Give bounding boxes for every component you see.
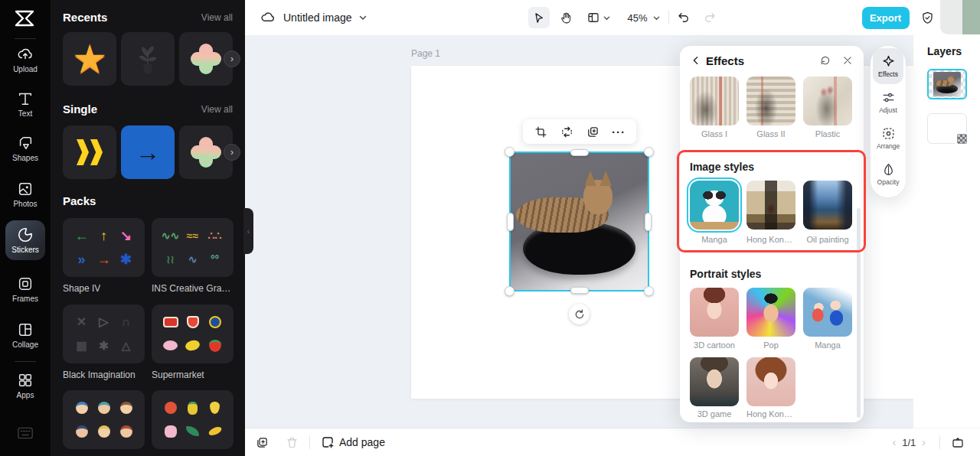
pack-label: Black Imagination [63, 370, 136, 380]
delete-page-button[interactable] [286, 436, 299, 449]
sidebar-label: Upload [0, 65, 51, 73]
cursor-icon [532, 11, 545, 24]
more-options-button[interactable]: ··· [609, 122, 629, 142]
pack-faces[interactable] [63, 390, 145, 449]
sidebar-label: Apps [0, 391, 51, 399]
style-hong-kong-2[interactable] [746, 357, 795, 406]
redo-icon [703, 11, 717, 24]
sidebar-item-stickers[interactable]: Stickers [5, 220, 45, 260]
sticker-star[interactable]: ★ [63, 32, 116, 86]
selection-handle-sw[interactable] [505, 286, 514, 296]
sticker-plant[interactable] [121, 32, 175, 86]
keyboard-shortcuts-icon[interactable] [18, 427, 33, 439]
capcut-logo-icon[interactable] [13, 8, 38, 29]
pack-label: INS Creative Graphics [152, 283, 236, 294]
add-page-label[interactable]: Add page [339, 436, 385, 448]
back-button[interactable] [691, 55, 701, 66]
sticker-double-chevron[interactable] [63, 125, 116, 179]
layer-cat-image[interactable] [927, 69, 967, 99]
tab-adjust[interactable]: Adjust [873, 84, 903, 120]
sticker-arrow[interactable]: → [121, 125, 175, 179]
sidebar-item-frames[interactable]: Frames [0, 275, 51, 303]
duplicate-page-button[interactable] [256, 436, 269, 449]
selection-handle-e[interactable] [645, 213, 652, 231]
selection-handle-ne[interactable] [644, 147, 654, 157]
effects-panel-scrollbar[interactable] [857, 208, 861, 418]
trash-icon [286, 436, 299, 449]
pack-ins-creative[interactable]: ∿∿≈≈∴∴ ≀≀∿°° [152, 218, 234, 277]
sidebar-label: Text [0, 109, 51, 118]
present-button[interactable] [951, 435, 965, 449]
tab-effects[interactable]: Effects [873, 48, 903, 84]
next-page-button[interactable]: › [916, 436, 932, 448]
sidebar-item-shapes[interactable]: Shapes [0, 135, 51, 162]
hand-tool-button[interactable] [556, 7, 577, 28]
tab-arrange[interactable]: Arrange [873, 120, 903, 156]
title-chevron-down-icon[interactable] [358, 13, 368, 22]
style-label: 3D game [690, 409, 739, 419]
style-pop[interactable] [746, 288, 795, 337]
effect-plastic[interactable] [803, 77, 852, 125]
double-chevron-icon [77, 139, 103, 165]
style-oil-painting[interactable] [803, 181, 852, 230]
effects-sparkle-icon [881, 54, 896, 69]
transparent-background-badge [956, 132, 969, 145]
tab-opacity[interactable]: Opacity [873, 156, 903, 192]
redo-button[interactable] [703, 11, 717, 24]
export-button[interactable]: Export [862, 7, 910, 29]
effects-panel-header: Effects [680, 46, 864, 75]
document-title[interactable]: Untitled image [283, 11, 352, 24]
sidebar-item-photos[interactable]: Photos [0, 181, 51, 208]
canvas-chevron-down-icon[interactable] [603, 14, 611, 22]
sidebar-item-apps[interactable]: Apps [0, 372, 51, 399]
style-label: 3D cartoon [690, 340, 739, 350]
pack-supermarket[interactable] [152, 305, 234, 363]
style-manga[interactable] [690, 181, 739, 230]
canvas-size-button[interactable] [586, 11, 600, 24]
sidebar-item-text[interactable]: Text [0, 90, 51, 118]
style-manga-portrait[interactable] [803, 288, 852, 337]
page-label: Page 1 [411, 48, 440, 59]
recents-view-all-link[interactable]: View all [201, 12, 233, 23]
selection-handle-s[interactable] [570, 287, 589, 294]
single-view-all-link[interactable]: View all [201, 104, 233, 115]
duplicate-button[interactable] [583, 122, 603, 142]
effects-panel-title: Effects [706, 54, 819, 67]
crop-button[interactable] [531, 122, 550, 142]
selection-handle-nw[interactable] [505, 147, 514, 157]
undo-button[interactable] [677, 11, 691, 24]
add-page-button[interactable] [321, 435, 335, 449]
effect-glass-2[interactable] [746, 77, 795, 125]
selection-handle-n[interactable] [570, 149, 589, 156]
effect-glass-1[interactable] [690, 77, 739, 125]
zoom-level[interactable]: 45% [628, 12, 648, 24]
avatar[interactable] [940, 0, 980, 34]
pack-shape-iv[interactable]: ←↑↘ »→✱ [63, 218, 145, 277]
select-tool-button[interactable] [528, 7, 550, 28]
zoom-chevron-down-icon[interactable] [652, 14, 661, 22]
packs-title: Packs [63, 194, 96, 207]
close-button[interactable] [842, 55, 853, 66]
sidebar-item-collage[interactable]: Collage [0, 321, 51, 349]
style-3d-game[interactable] [690, 357, 739, 406]
prev-page-button[interactable]: ‹ [887, 436, 903, 448]
sidebar-label: Photos [0, 200, 51, 208]
sidebar-item-upload[interactable]: Upload [0, 46, 51, 73]
pack-black-imagination[interactable]: ✕▷∩ ▦✱△ [63, 305, 145, 363]
pack-fruits[interactable] [152, 390, 234, 449]
single-next-button[interactable]: › [224, 144, 240, 161]
layer-background[interactable] [927, 113, 967, 144]
recents-next-button[interactable]: › [224, 50, 240, 67]
rotate-handle[interactable] [569, 304, 590, 324]
selection-toolbar: ··· [523, 119, 636, 144]
shield-check-icon[interactable] [920, 11, 935, 25]
replace-button[interactable] [557, 122, 577, 142]
selection-handle-w[interactable] [507, 213, 514, 231]
top-toolbar: Untitled image 45% Export [245, 0, 980, 35]
shapes-icon [17, 135, 34, 151]
selection-handle-se[interactable] [644, 286, 654, 296]
reset-button[interactable] [819, 54, 831, 67]
style-3d-cartoon[interactable] [690, 288, 739, 337]
panel-collapse-tab[interactable]: ‹ [243, 208, 253, 254]
style-hong-kong[interactable] [746, 181, 795, 230]
